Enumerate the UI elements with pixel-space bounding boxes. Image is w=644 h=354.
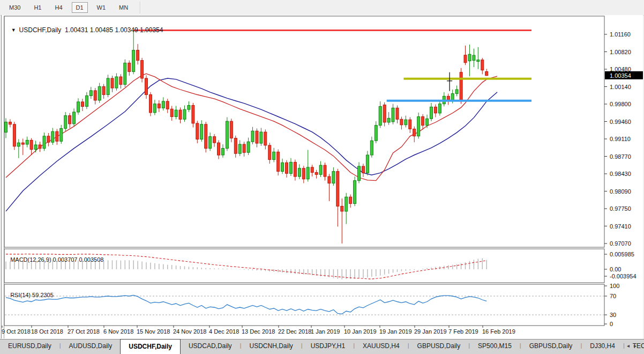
rsi-title: RSI(14) 59.2305	[7, 285, 54, 298]
candle-body	[238, 144, 241, 153]
tab-scroll-right-icon[interactable]: ▸	[634, 343, 641, 349]
candle-body	[132, 50, 135, 72]
macd-title: MACD(12,26,9) 0.003707 0.003508	[7, 250, 103, 263]
rsi-value: 59.2305	[32, 292, 54, 298]
tab-usdcad-daily[interactable]: USDCAD,Daily	[181, 340, 240, 354]
macd-value-signal: 0.003508	[79, 256, 104, 263]
date-axis-label: 18 Oct 2018	[31, 328, 63, 335]
candle-body	[311, 167, 313, 173]
candle-body	[89, 91, 92, 96]
candle-body	[230, 121, 233, 138]
candle-body	[145, 78, 148, 95]
candle-body	[349, 197, 352, 203]
candle-body	[324, 165, 326, 176]
tab-usdcnh-daily[interactable]: USDCNH,Daily	[241, 340, 301, 354]
candle-body	[413, 129, 416, 136]
chart-symbol-dropdown-icon[interactable]: ▼	[11, 27, 16, 33]
candle-body	[47, 136, 50, 142]
date-axis-label: 15 Nov 2018	[137, 328, 170, 335]
macd-label: MACD(12,26,9)	[10, 256, 51, 263]
candle-body	[430, 107, 433, 119]
candle-body	[158, 104, 160, 108]
candle-body	[166, 101, 169, 109]
price-axis-label: 0.97750	[610, 205, 631, 212]
rsi-panel[interactable]	[4, 284, 604, 326]
candle-body	[460, 72, 462, 101]
candle-body	[260, 132, 263, 143]
tab-audusd-daily[interactable]: AUDUSD,Daily	[61, 340, 121, 354]
candle-body	[188, 106, 190, 110]
candle-body	[336, 172, 339, 206]
candle-body	[111, 78, 114, 88]
tab-scroll-left-icon[interactable]: ◂	[627, 343, 634, 349]
tab-dj30-h4[interactable]: DJ30,H4	[582, 340, 623, 354]
price-chart-panel[interactable]	[4, 16, 604, 247]
candle-body	[234, 138, 237, 154]
price-axis-label: 1.00820	[610, 49, 631, 55]
macd-axis-label: 0.00	[610, 266, 621, 272]
candle-body	[362, 166, 365, 173]
candle-body	[39, 145, 41, 149]
candle-body	[17, 143, 20, 146]
candle-body	[481, 60, 484, 70]
candle-body	[102, 86, 105, 94]
candle-body	[94, 91, 96, 100]
chart-canvas[interactable]: 1.011601.008201.004801.001400.998000.994…	[0, 0, 644, 354]
tab-scroll-arrows: ◂▸	[627, 343, 641, 349]
candle-body	[5, 122, 8, 132]
candle-body	[26, 140, 28, 144]
tab-sp500-m15[interactable]: SP500,M15	[470, 340, 520, 354]
candle-body	[119, 77, 122, 84]
candle-body	[319, 165, 322, 174]
candle-body	[345, 197, 348, 211]
tab-gbpusd-daily[interactable]: GBPUSD,Daily	[409, 340, 469, 354]
date-axis-label: 9 Oct 2018	[2, 328, 31, 335]
candle-body	[13, 124, 16, 146]
candle-body	[251, 131, 254, 142]
candle-body	[396, 108, 399, 119]
rsi-label: RSI(14)	[10, 292, 31, 298]
candle-body	[409, 120, 411, 129]
candle-body	[213, 137, 216, 143]
tab-gbpusd-daily[interactable]: GBPUSD,Daily	[521, 340, 581, 354]
date-axis-label: 7 Feb 2019	[448, 328, 478, 335]
candle-body	[426, 119, 429, 125]
candle-body	[473, 55, 475, 61]
candle-body	[464, 55, 467, 63]
candle-body	[77, 102, 80, 112]
candle-body	[468, 54, 471, 61]
candle-body	[107, 78, 109, 95]
candle-body	[192, 106, 194, 123]
candle-body	[256, 131, 258, 143]
candle-body	[73, 112, 76, 124]
price-axis-label: 0.99460	[610, 119, 631, 125]
price-axis-label: 0.98090	[610, 188, 631, 195]
tab-xauusd-h4[interactable]: XAUUSD,H4	[355, 340, 408, 354]
candle-body	[56, 131, 58, 141]
candle-body	[306, 167, 309, 179]
candle-body	[286, 163, 288, 173]
candle-body	[170, 109, 173, 116]
candle-body	[290, 162, 293, 173]
candle-body	[375, 126, 377, 141]
candle-body	[64, 116, 67, 129]
candle-body	[281, 163, 284, 171]
candle-body	[51, 131, 54, 142]
candle-body	[137, 50, 139, 61]
macd-axis-label: -0.003954	[610, 273, 636, 279]
date-axis-label: 10 Jan 2019	[344, 328, 377, 335]
candle-body	[60, 129, 63, 142]
date-axis-label: 19 Jan 2019	[379, 328, 412, 335]
candle-body	[69, 116, 71, 124]
tab-eurusd-daily[interactable]: EURUSD,Daily	[0, 340, 59, 354]
candle-body	[21, 143, 24, 144]
date-axis-label: 13 Dec 2018	[242, 328, 275, 335]
tab-usdchf-daily[interactable]: USDCHF,Daily	[120, 339, 181, 354]
candle-body	[124, 63, 126, 84]
candle-body	[153, 104, 156, 113]
price-axis-label: 0.97410	[610, 223, 631, 230]
candle-body	[30, 140, 33, 149]
tab-usdjpy-h1[interactable]: USDJPY,H1	[303, 340, 353, 354]
date-axis-label: 4 Dec 2018	[209, 328, 239, 335]
candle-body	[332, 172, 335, 183]
